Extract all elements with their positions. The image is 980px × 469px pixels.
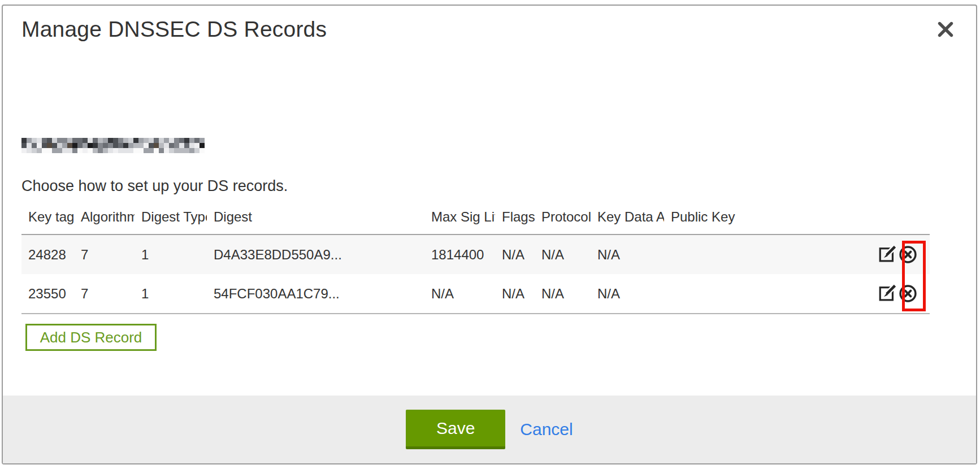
save-button[interactable]: Save	[406, 410, 505, 449]
cell-flags: N/A	[495, 234, 535, 274]
cell-key-data-alg: N/A	[591, 274, 664, 314]
redacted-pixel	[128, 143, 133, 148]
cell-digest-type: 1	[135, 234, 207, 274]
cell-actions	[875, 274, 930, 314]
redacted-pixel	[174, 143, 179, 148]
cell-max-sig-life: N/A	[424, 274, 495, 314]
redacted-pixel	[149, 138, 154, 143]
column-header-digest-type: Digest Type	[135, 203, 207, 234]
manage-dnssec-ds-records-dialog: Manage DNSSEC DS Records Choose how to s…	[2, 5, 977, 464]
cell-digest-type: 1	[135, 274, 207, 314]
redacted-pixel	[108, 138, 113, 143]
redacted-pixel	[179, 138, 184, 143]
cell-key-data-alg: N/A	[591, 234, 664, 274]
redacted-pixel	[83, 143, 88, 148]
redacted-pixel	[62, 138, 67, 143]
column-header-protocol: Protocol	[535, 203, 591, 234]
redacted-pixel	[32, 138, 37, 143]
redacted-pixel	[21, 143, 27, 148]
delete-icon[interactable]	[898, 284, 918, 303]
page-title: Manage DNSSEC DS Records	[21, 17, 327, 42]
redacted-pixel	[179, 143, 184, 148]
cell-actions	[875, 234, 930, 274]
redacted-pixel	[154, 138, 159, 143]
redacted-pixel	[103, 148, 108, 153]
redacted-pixel	[133, 148, 138, 153]
redacted-pixel	[42, 138, 47, 143]
column-header-algorithm: Algorithm	[74, 203, 135, 234]
delete-icon[interactable]	[898, 245, 918, 264]
cell-digest: D4A33E8DD550A9...	[207, 234, 424, 274]
redacted-pixel	[149, 143, 154, 148]
cell-algorithm: 7	[74, 274, 135, 314]
redacted-pixel	[98, 138, 103, 143]
redacted-pixel	[169, 148, 174, 153]
redacted-pixel	[21, 138, 27, 143]
redacted-pixel	[57, 138, 62, 143]
redacted-pixel	[179, 148, 184, 153]
redacted-domain	[21, 138, 205, 153]
redacted-pixel	[138, 143, 144, 148]
redacted-pixel	[108, 148, 113, 153]
redacted-pixel	[128, 148, 133, 153]
redacted-pixel	[123, 138, 128, 143]
redacted-pixel	[67, 138, 72, 143]
redacted-pixel	[159, 148, 164, 153]
redacted-pixel	[57, 143, 62, 148]
redacted-pixel	[57, 148, 62, 153]
table-header-row: Key tag Algorithm Digest Type Digest Max…	[21, 203, 930, 234]
redacted-pixel	[62, 143, 67, 148]
redacted-pixel	[37, 148, 42, 153]
redacted-pixel	[154, 143, 159, 148]
column-header-flags: Flags	[495, 203, 535, 234]
redacted-pixel	[169, 143, 174, 148]
redacted-pixel	[113, 143, 118, 148]
redacted-pixel	[21, 148, 27, 153]
column-header-max-sig-life: Max Sig Life	[424, 203, 495, 234]
redacted-pixel	[164, 143, 169, 148]
redacted-pixel	[133, 138, 138, 143]
redacted-pixel	[144, 138, 149, 143]
redacted-pixel	[123, 143, 128, 148]
redacted-pixel	[200, 138, 205, 143]
redacted-pixel	[169, 138, 174, 143]
cell-digest: 54FCF030AA1C79...	[207, 274, 424, 314]
column-header-digest: Digest	[207, 203, 424, 234]
redacted-pixel	[159, 138, 164, 143]
redacted-pixel	[32, 148, 37, 153]
redacted-pixel	[118, 138, 123, 143]
cell-key-tag: 24828	[21, 234, 74, 274]
edit-icon[interactable]	[877, 245, 897, 264]
redacted-pixel	[184, 148, 189, 153]
redacted-pixel	[103, 138, 108, 143]
redacted-pixel	[83, 148, 88, 153]
redacted-pixel	[174, 138, 179, 143]
redacted-pixel	[194, 138, 200, 143]
redacted-pixel	[98, 148, 103, 153]
cell-protocol: N/A	[535, 274, 591, 314]
redacted-pixel	[77, 148, 83, 153]
redacted-pixel	[164, 148, 169, 153]
cancel-link[interactable]: Cancel	[520, 420, 573, 439]
redacted-pixel	[37, 143, 42, 148]
redacted-pixel	[42, 143, 47, 148]
redacted-pixel	[113, 148, 118, 153]
redacted-pixel	[98, 143, 103, 148]
redacted-pixel	[194, 148, 200, 153]
redacted-pixel	[103, 143, 108, 148]
column-header-key-tag: Key tag	[21, 203, 74, 234]
redacted-pixel	[189, 138, 194, 143]
redacted-pixel	[93, 143, 98, 148]
redacted-pixel	[144, 148, 149, 153]
redacted-pixel	[118, 143, 123, 148]
close-icon[interactable]	[935, 19, 956, 40]
redacted-pixel	[52, 143, 57, 148]
table-row: 23550 7 1 54FCF030AA1C79... N/A N/A N/A …	[21, 274, 930, 314]
redacted-pixel	[88, 143, 93, 148]
edit-icon[interactable]	[877, 284, 897, 303]
redacted-pixel	[118, 148, 123, 153]
redacted-pixel	[113, 138, 118, 143]
add-ds-record-button[interactable]: Add DS Record	[25, 324, 157, 351]
redacted-pixel	[42, 148, 47, 153]
redacted-pixel	[164, 138, 169, 143]
